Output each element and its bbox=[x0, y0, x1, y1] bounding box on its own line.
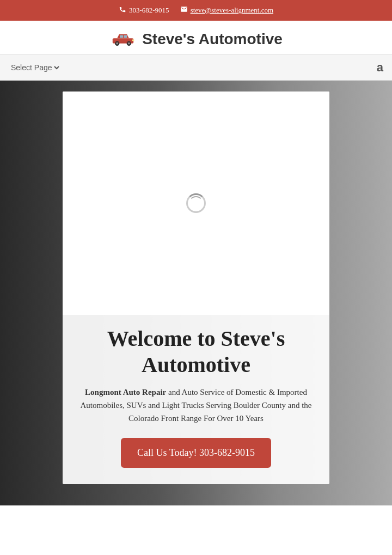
top-bar: 303-682-9015 steve@steves-alignment.com bbox=[0, 0, 392, 21]
site-header: Steve's Automotive bbox=[0, 21, 392, 54]
car-logo-icon bbox=[109, 31, 137, 47]
email-icon bbox=[180, 5, 188, 15]
svg-rect-7 bbox=[132, 40, 134, 41]
email-link[interactable]: steve@steves-alignment.com bbox=[191, 6, 273, 15]
cta-call-button[interactable]: Call Us Today! 303-682-9015 bbox=[121, 438, 271, 468]
hero-section: Welcome to Steve's Automotive Longmont A… bbox=[0, 81, 392, 505]
hero-heading: Welcome to Steve's Automotive bbox=[79, 326, 313, 378]
site-title: Steve's Automotive bbox=[142, 31, 283, 48]
hero-desc-bold: Longmont Auto Repair bbox=[85, 388, 166, 397]
nav-bar: Select Page a bbox=[0, 54, 392, 81]
hero-description: Longmont Auto Repair and Auto Service of… bbox=[79, 386, 313, 425]
phone-icon bbox=[119, 5, 126, 15]
svg-point-4 bbox=[117, 42, 119, 45]
svg-rect-2 bbox=[124, 35, 127, 38]
page-select[interactable]: Select Page bbox=[9, 63, 61, 72]
svg-rect-1 bbox=[120, 35, 123, 38]
hero-card: Welcome to Steve's Automotive Longmont A… bbox=[63, 92, 329, 484]
email-info: steve@steves-alignment.com bbox=[180, 5, 273, 15]
menu-icon[interactable]: a bbox=[377, 60, 383, 75]
svg-point-6 bbox=[128, 42, 130, 45]
phone-number: 303-682-9015 bbox=[129, 6, 169, 15]
image-loading-placeholder bbox=[63, 92, 329, 315]
hero-content: Welcome to Steve's Automotive Longmont A… bbox=[63, 315, 329, 484]
phone-info: 303-682-9015 bbox=[119, 5, 169, 15]
loading-spinner bbox=[186, 193, 206, 213]
